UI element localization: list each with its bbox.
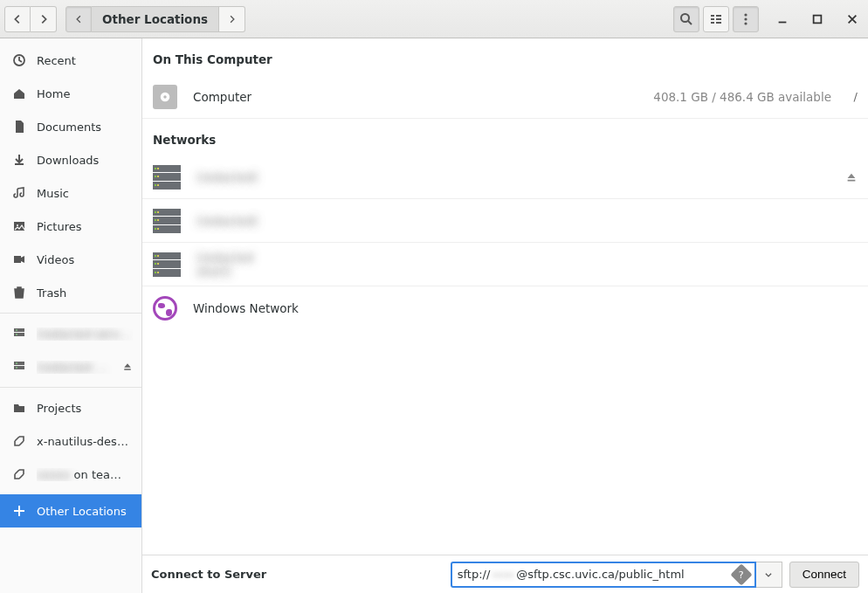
sidebar: Recent Home Documents Downloads Music Pi… (0, 38, 142, 593)
back-button[interactable] (4, 6, 31, 32)
eject-icon[interactable] (122, 362, 133, 372)
svg-rect-3 (711, 22, 714, 24)
music-icon (12, 186, 26, 200)
help-icon[interactable]: ? (730, 563, 752, 585)
view-toggle-button[interactable] (703, 6, 729, 32)
sidebar-item-trash[interactable]: Trash (0, 276, 141, 309)
sidebar-item-other-locations[interactable]: Other Locations (0, 494, 141, 527)
svg-point-8 (744, 17, 747, 20)
header-bar: Other Locations (0, 0, 868, 38)
svg-rect-16 (14, 328, 24, 332)
svg-rect-17 (14, 333, 24, 336)
svg-point-7 (744, 13, 747, 16)
svg-point-19 (16, 334, 17, 335)
row-network-1[interactable]: (redacted) (142, 155, 868, 199)
main-content: On This Computer Computer 408.1 GB / 486… (142, 38, 868, 593)
server-icon (12, 360, 26, 374)
sidebar-item-pictures[interactable]: Pictures (0, 210, 141, 243)
sidebar-divider (0, 387, 141, 388)
svg-rect-21 (14, 366, 24, 369)
search-button[interactable] (673, 6, 699, 32)
window-minimize-button[interactable] (771, 8, 794, 31)
svg-rect-20 (14, 362, 24, 365)
svg-rect-15 (14, 256, 21, 263)
sidebar-label: x-nautilus-des… (37, 435, 133, 448)
row-windows-network[interactable]: Windows Network (142, 286, 868, 330)
section-header-computer: On This Computer (142, 38, 868, 75)
svg-rect-4 (716, 15, 721, 17)
nav-history-group (4, 6, 57, 32)
document-icon (12, 120, 26, 134)
trash-icon (12, 286, 26, 300)
row-label: (redacted short) (196, 251, 275, 279)
folder-icon (12, 401, 26, 415)
sidebar-bookmark-nautilus[interactable]: x-nautilus-des… (0, 424, 141, 458)
sidebar-label: Recent (37, 54, 133, 67)
row-computer[interactable]: Computer 408.1 GB / 486.4 GB available / (142, 75, 868, 119)
svg-rect-2 (711, 18, 714, 20)
sidebar-bookmark-ontea[interactable]: xxxxx on tea… (0, 458, 141, 491)
sidebar-label: Music (37, 187, 133, 200)
sidebar-label: Downloads (37, 154, 133, 167)
path-bar: Other Locations (65, 6, 245, 32)
row-network-2[interactable]: (redacted) (142, 199, 868, 243)
row-label: (redacted) (196, 170, 845, 184)
storage-info: 408.1 GB / 486.4 GB available (653, 90, 831, 104)
path-current[interactable]: Other Locations (92, 6, 219, 32)
forward-button[interactable] (31, 6, 57, 32)
server-address-input[interactable]: sftp://——@sftp.csc.uvic.ca/public_html ? (451, 562, 756, 588)
video-icon (12, 252, 26, 266)
link-icon (12, 467, 26, 481)
sidebar-bookmark-projects[interactable]: Projects (0, 391, 141, 424)
sidebar-item-downloads[interactable]: Downloads (0, 143, 141, 176)
sidebar-label: Projects (37, 402, 133, 415)
path-next-button[interactable] (219, 6, 245, 32)
svg-point-0 (681, 14, 689, 22)
sidebar-item-music[interactable]: Music (0, 176, 141, 210)
svg-rect-11 (814, 15, 822, 23)
svg-point-23 (16, 367, 17, 369)
sidebar-mount-1[interactable]: (redacted server) (0, 317, 141, 350)
eject-icon[interactable] (845, 171, 858, 183)
window-maximize-button[interactable] (806, 8, 829, 31)
recent-servers-dropdown[interactable] (756, 562, 782, 588)
row-network-3[interactable]: (redacted short) (142, 243, 868, 286)
sidebar-label: xxxxx on tea… (37, 468, 133, 481)
clock-icon (12, 53, 26, 67)
sidebar-item-videos[interactable]: Videos (0, 243, 141, 276)
svg-point-25 (163, 95, 167, 99)
sidebar-divider (0, 313, 141, 314)
row-label: Windows Network (193, 301, 858, 315)
sidebar-label: (redacted server) (37, 361, 112, 374)
path-prev-button[interactable] (65, 6, 92, 32)
plus-icon (12, 504, 26, 518)
hamburger-menu-button[interactable] (733, 6, 759, 32)
server-icon (153, 165, 181, 190)
row-label: Computer (193, 90, 653, 104)
sidebar-mount-2[interactable]: (redacted server) (0, 350, 141, 383)
sidebar-label: Pictures (37, 220, 133, 233)
row-label: (redacted) (196, 214, 858, 228)
connect-footer: Connect to Server sftp://——@sftp.csc.uvi… (142, 555, 868, 593)
download-icon (12, 153, 26, 167)
svg-point-14 (17, 224, 18, 226)
sidebar-label: Other Locations (37, 505, 133, 518)
svg-point-22 (16, 362, 17, 364)
sidebar-label: Videos (37, 253, 133, 266)
mount-point: / (831, 90, 858, 103)
svg-point-9 (744, 22, 747, 24)
svg-rect-6 (716, 22, 721, 24)
svg-point-18 (16, 329, 17, 331)
sidebar-item-home[interactable]: Home (0, 77, 141, 110)
disk-icon (153, 85, 177, 109)
sidebar-label: (redacted server) (37, 328, 133, 341)
sidebar-item-recent[interactable]: Recent (0, 44, 141, 77)
connect-button[interactable]: Connect (789, 562, 859, 588)
sidebar-item-documents[interactable]: Documents (0, 110, 141, 143)
sidebar-label: Trash (37, 286, 133, 300)
sidebar-label: Documents (37, 121, 133, 134)
server-icon (12, 327, 26, 341)
svg-rect-10 (779, 21, 787, 23)
window-close-button[interactable] (841, 8, 864, 31)
link-icon (12, 434, 26, 448)
